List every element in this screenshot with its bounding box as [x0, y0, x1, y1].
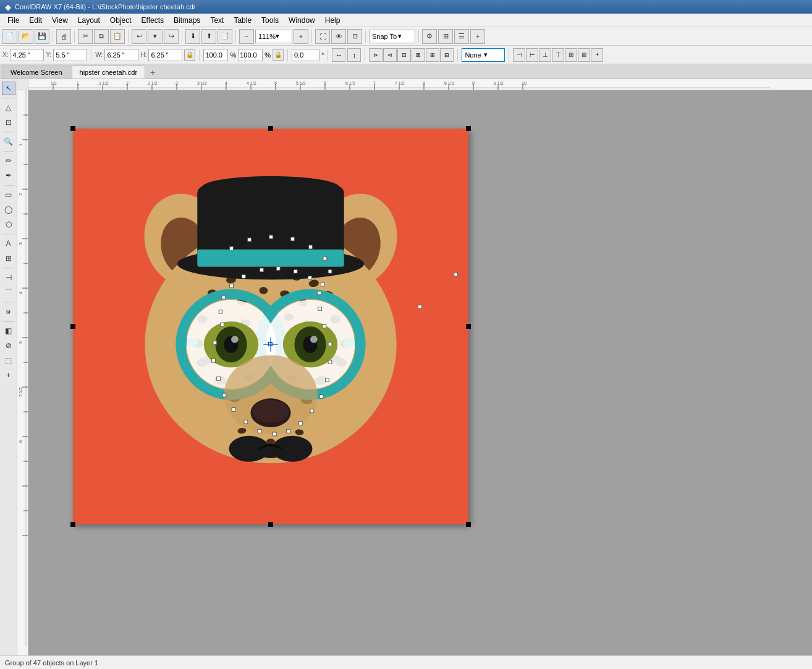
align-mc[interactable]: ⊞: [426, 48, 439, 62]
export-button[interactable]: ⬆: [201, 29, 216, 44]
fill-dropdown-arrow: ▾: [484, 51, 488, 59]
tab-welcome[interactable]: Welcome Screen: [2, 66, 70, 79]
table-tool[interactable]: ⊞: [2, 252, 15, 265]
menu-layout[interactable]: Layout: [73, 15, 105, 26]
ellipse-tool[interactable]: ◯: [2, 203, 15, 216]
svg-text:3 1/2: 3 1/2: [197, 81, 207, 85]
print-button[interactable]: 🖨: [56, 29, 71, 44]
transform-btn7[interactable]: +: [591, 48, 603, 62]
full-screen-button[interactable]: ⛶: [315, 29, 330, 44]
options-button[interactable]: ⚙: [422, 29, 437, 44]
handle-top-left[interactable]: [70, 126, 75, 131]
freehand-tool[interactable]: ✏: [2, 154, 15, 168]
handle-mid-right[interactable]: [466, 324, 471, 329]
ruler-corner: [17, 79, 28, 90]
handle-top-center[interactable]: [268, 126, 273, 131]
zoom-tool[interactable]: 🔍: [2, 135, 15, 148]
transform-btn1[interactable]: ⊣: [513, 48, 525, 62]
menu-help[interactable]: Help: [320, 15, 345, 26]
h-pct-input[interactable]: [238, 49, 263, 61]
tab-add-button[interactable]: +: [146, 66, 159, 79]
lock-scale-button[interactable]: 🔒: [273, 49, 284, 61]
rotate-input[interactable]: [292, 49, 319, 61]
mirror-h-button[interactable]: ↔: [332, 48, 345, 62]
rectangle-tool[interactable]: ▭: [2, 188, 15, 202]
svg-text:9 1/2: 9 1/2: [494, 81, 504, 85]
align-tr[interactable]: ⊡: [397, 48, 411, 62]
transform-btn3[interactable]: ⊥: [539, 48, 551, 62]
align-mr[interactable]: ⊟: [440, 48, 454, 62]
menu-text[interactable]: Text: [205, 15, 229, 26]
smart-fill-tool[interactable]: +: [2, 369, 15, 382]
extra-button[interactable]: ☰: [454, 29, 469, 44]
align-tc[interactable]: ⊲: [383, 48, 397, 62]
text-tool[interactable]: A: [2, 237, 15, 250]
w-pct-input[interactable]: [203, 49, 228, 61]
tab-cheetah[interactable]: hipster cheetah.cdr: [72, 66, 146, 79]
fill-dropdown[interactable]: None ▾: [462, 48, 505, 62]
menu-window[interactable]: Window: [284, 15, 320, 26]
connector-tool[interactable]: ⌒: [2, 286, 15, 299]
y-label: Y:: [46, 51, 51, 58]
zoom-in-button[interactable]: +: [294, 29, 308, 44]
redo-button[interactable]: ↪: [164, 29, 179, 44]
view-button[interactable]: 👁: [331, 29, 346, 44]
paste-button[interactable]: 📋: [110, 29, 125, 44]
eyedropper-tool[interactable]: ⊘: [2, 339, 15, 352]
handle-bot-center[interactable]: [268, 522, 273, 527]
menu-effects[interactable]: Effects: [137, 15, 169, 26]
crop-tool[interactable]: ⊡: [2, 116, 15, 129]
x-input[interactable]: [10, 49, 44, 61]
snap-to-dropdown[interactable]: Snap To ▾: [369, 30, 415, 43]
node-view-button[interactable]: ⊡: [347, 29, 362, 44]
selection-tool[interactable]: ↖: [2, 82, 15, 95]
new-button[interactable]: 📄: [2, 29, 17, 44]
canvas-document[interactable]: [73, 129, 468, 524]
import-button[interactable]: ⬇: [185, 29, 200, 44]
copy-button[interactable]: ⧉: [94, 29, 109, 44]
canvas-area[interactable]: 1/2 1 1 1/2 2 2 1/2 3 3 1/2 4 4 1/2 5 5 …: [17, 79, 812, 669]
svg-rect-148: [291, 237, 295, 241]
y-input[interactable]: [53, 49, 87, 61]
handle-top-right[interactable]: [466, 126, 471, 131]
add-button[interactable]: +: [470, 29, 485, 44]
menu-view[interactable]: View: [47, 15, 73, 26]
menu-file[interactable]: File: [2, 15, 24, 26]
w-input[interactable]: [104, 49, 138, 61]
menu-table[interactable]: Table: [229, 15, 256, 26]
zoom-dropdown[interactable]: 111% ▾: [255, 30, 292, 43]
polygon-tool[interactable]: ⬡: [2, 218, 15, 231]
mirror-v-button[interactable]: ↕: [347, 48, 361, 62]
menu-bitmaps[interactable]: Bitmaps: [169, 15, 205, 26]
lock-aspect-button[interactable]: 🔒: [184, 49, 195, 61]
h-input[interactable]: [148, 49, 182, 61]
more-button[interactable]: ⊞: [438, 29, 453, 44]
dimension-tool[interactable]: ⊣: [2, 271, 15, 284]
transform-btn4[interactable]: ⊤: [552, 48, 564, 62]
transform-btn6[interactable]: ⊠: [578, 48, 590, 62]
smart-draw-tool[interactable]: ✒: [2, 169, 15, 182]
transform-btn5[interactable]: ⊞: [565, 48, 577, 62]
align-tl[interactable]: ⊳: [369, 48, 383, 62]
open-button[interactable]: 📂: [19, 29, 33, 44]
handle-bot-left[interactable]: [70, 522, 75, 527]
zoom-out-button[interactable]: −: [239, 29, 254, 44]
save-button[interactable]: 💾: [35, 29, 49, 44]
fill-tool[interactable]: ◧: [2, 324, 15, 338]
menu-edit[interactable]: Edit: [24, 15, 47, 26]
align-ml[interactable]: ⊠: [412, 48, 425, 62]
undo-dropdown[interactable]: ▾: [148, 29, 163, 44]
publish-button[interactable]: 📑: [218, 29, 232, 44]
undo-button[interactable]: ↩: [132, 29, 146, 44]
handle-bot-right[interactable]: [466, 522, 471, 527]
cut-button[interactable]: ✂: [78, 29, 93, 44]
menu-object[interactable]: Object: [105, 15, 137, 26]
svg-rect-151: [328, 270, 332, 273]
transform-btn2[interactable]: ⊢: [526, 48, 538, 62]
interactive-fill-tool[interactable]: ⬚: [2, 354, 15, 367]
handle-mid-left[interactable]: [70, 324, 75, 329]
menu-tools[interactable]: Tools: [256, 15, 284, 26]
blend-tool[interactable]: ⊎: [2, 305, 15, 318]
node-tool[interactable]: △: [2, 101, 15, 114]
separator: [128, 30, 129, 43]
